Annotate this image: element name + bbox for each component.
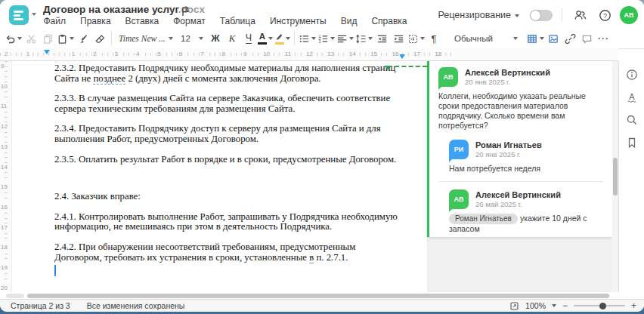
comment-body: Роман Игнатьевукажите 10 дней с запасом xyxy=(449,214,603,234)
format-painter-button[interactable] xyxy=(76,30,91,47)
highlight-glyph xyxy=(274,32,284,45)
paragraph-3[interactable]: 2.3.5. Оплатить результат Работ в порядк… xyxy=(54,155,403,165)
insert-link-button[interactable] xyxy=(562,30,577,47)
zoom-in-button[interactable]: + xyxy=(631,302,636,309)
paragraph-style-select[interactable]: Обычный xyxy=(451,30,521,47)
font-color-button[interactable]: А xyxy=(258,30,273,47)
indent-marker-left[interactable] xyxy=(44,50,50,54)
highlight-caret-icon[interactable] xyxy=(286,37,290,42)
menu-item-1[interactable]: Правка xyxy=(73,16,119,27)
zoom-out-button[interactable]: − xyxy=(562,302,568,309)
text-run: 2 (двух) дней с момента заключения Догов… xyxy=(125,73,320,84)
align-left-button[interactable] xyxy=(336,30,354,47)
bold-button[interactable]: Ж xyxy=(208,30,223,47)
fit-width-icon[interactable] xyxy=(509,301,519,311)
font-name-select[interactable]: Times New ... xyxy=(116,30,176,47)
insert-table-button[interactable] xyxy=(526,30,544,47)
comment-thread-card[interactable]: АВАлексей Вертинский20 янв 2025 г.Коллег… xyxy=(427,61,612,237)
highlight-button[interactable] xyxy=(274,30,290,47)
underline-button[interactable]: Ч xyxy=(241,30,256,47)
comment-item-0[interactable]: АВАлексей Вертинский20 янв 2025 г.Коллег… xyxy=(429,61,612,134)
comment-text: Нам потребуется неделя xyxy=(449,164,540,173)
document-text[interactable]: 2.3.2. Предоставить Подрядчику необходим… xyxy=(12,61,427,263)
zoom-slider[interactable] xyxy=(574,305,625,306)
comment-connector-line xyxy=(388,66,427,67)
font-color-glyph: А xyxy=(258,32,267,45)
zoom-controls: 100% − + xyxy=(503,301,636,311)
mention-chip[interactable]: Роман Игнатьев xyxy=(449,214,518,224)
user-avatar[interactable]: АВ xyxy=(620,6,638,24)
undo-caret-icon[interactable] xyxy=(17,37,22,42)
indent-marker-right[interactable] xyxy=(399,54,405,59)
info-icon[interactable] xyxy=(624,66,640,83)
show-formatting-marks-button[interactable]: ¶ xyxy=(426,30,441,47)
page-indicator[interactable]: Страница 2 из 3 xyxy=(11,301,70,310)
header: Договор на оказание услуг.docx ФайлПравк… xyxy=(0,0,644,29)
document-page[interactable]: 2.3.2. Предоставить Подрядчику необходим… xyxy=(12,61,427,292)
ruler-number: 16 xyxy=(1,203,8,211)
paragraph-1[interactable]: 2.3.3. В случае размещения Сайта на серв… xyxy=(54,94,403,114)
vertical-scrollbar-thumb[interactable] xyxy=(613,158,618,195)
clear-style-button[interactable] xyxy=(92,30,107,47)
menu-item-4[interactable]: Таблица xyxy=(212,16,262,27)
more-tools-button[interactable]: ⋯ xyxy=(596,30,611,47)
help-icon[interactable]: ? xyxy=(596,6,614,24)
zoom-caret-icon[interactable] xyxy=(552,304,556,309)
zoom-value[interactable]: 100% xyxy=(525,301,546,310)
menu-item-2[interactable]: Вставка xyxy=(118,16,166,27)
font-color-caret-icon[interactable] xyxy=(268,37,273,42)
paragraph-6[interactable]: 2.4.2. При обнаружении несоответствий тр… xyxy=(54,242,403,263)
avatar-tail-icon xyxy=(449,208,453,212)
menu-item-3[interactable]: Формат xyxy=(166,16,213,27)
review-mode-label[interactable]: Рецензирование xyxy=(438,10,511,20)
insert-image-button[interactable] xyxy=(546,30,561,47)
align-caret-icon[interactable] xyxy=(349,37,354,42)
cut-button[interactable] xyxy=(23,30,39,47)
line-spacing-caret-icon[interactable] xyxy=(368,37,373,42)
ruler-number: 10 xyxy=(1,82,8,91)
bullet-list-caret-icon[interactable] xyxy=(311,37,316,42)
collaboration-users-icon[interactable] xyxy=(571,6,590,24)
undo-button[interactable] xyxy=(5,30,22,47)
numbered-list-button[interactable]: 123 xyxy=(317,30,335,47)
vertical-scrollbar[interactable] xyxy=(612,61,618,292)
menu-item-0[interactable]: Файл xyxy=(36,16,73,27)
paragraph-borders-button[interactable] xyxy=(407,30,425,47)
paragraph-5[interactable]: 2.4.1. Контролировать выполнение Работ, … xyxy=(54,212,403,232)
borders-caret-icon[interactable] xyxy=(420,37,425,42)
spellcheck-icon[interactable]: А xyxy=(624,89,640,106)
insert-comment-button[interactable] xyxy=(579,30,594,47)
comment-item-2[interactable]: АВАлексей Вертинский26 май 2025 г.Роман … xyxy=(429,183,612,237)
numbered-list-caret-icon[interactable] xyxy=(330,37,335,42)
bookmark-icon[interactable] xyxy=(624,134,640,151)
ruler-number: 11 xyxy=(284,51,292,57)
increase-indent-button[interactable] xyxy=(391,30,406,47)
table-caret-icon[interactable] xyxy=(540,37,544,42)
paragraph-0[interactable]: 2.3.2. Предоставить Подрядчику необходим… xyxy=(54,63,403,84)
paste-caret-icon[interactable] xyxy=(70,37,74,42)
logo-line xyxy=(14,18,23,20)
paragraph-2[interactable]: 2.3.4. Предоставить Подрядчику доступ к … xyxy=(54,124,403,144)
comment-item-1[interactable]: РИРоман Игнатьев20 янв 2025 г.Нам потреб… xyxy=(429,134,612,177)
comment-avatar: РИ xyxy=(449,140,469,159)
paragraph-4[interactable]: 2.4. Заказчик вправе: xyxy=(54,192,403,202)
comment-avatar: АВ xyxy=(449,189,469,209)
zoom-slider-knob[interactable] xyxy=(599,303,606,309)
line-spacing-button[interactable] xyxy=(355,30,373,47)
menu-item-6[interactable]: Вид xyxy=(333,16,364,27)
menu-item-7[interactable]: Справка xyxy=(364,16,414,27)
review-toggle[interactable] xyxy=(530,10,553,21)
menu-item-5[interactable]: Инструменты xyxy=(262,16,333,27)
highlight-color-bar xyxy=(275,42,284,45)
paste-button[interactable] xyxy=(57,30,74,47)
font-size-select[interactable]: 12 xyxy=(178,30,206,47)
horizontal-scrollbar-thumb[interactable] xyxy=(27,294,609,298)
comments-panel: АВАлексей Вертинский20 янв 2025 г.Коллег… xyxy=(427,61,612,292)
decrease-indent-button[interactable] xyxy=(374,30,389,47)
review-caret-icon[interactable] xyxy=(515,14,519,20)
search-icon[interactable] xyxy=(624,112,640,128)
bullet-list-button[interactable] xyxy=(299,30,316,47)
app-logo[interactable] xyxy=(9,5,29,25)
copy-button[interactable] xyxy=(40,30,55,47)
italic-button[interactable]: К xyxy=(224,30,240,47)
